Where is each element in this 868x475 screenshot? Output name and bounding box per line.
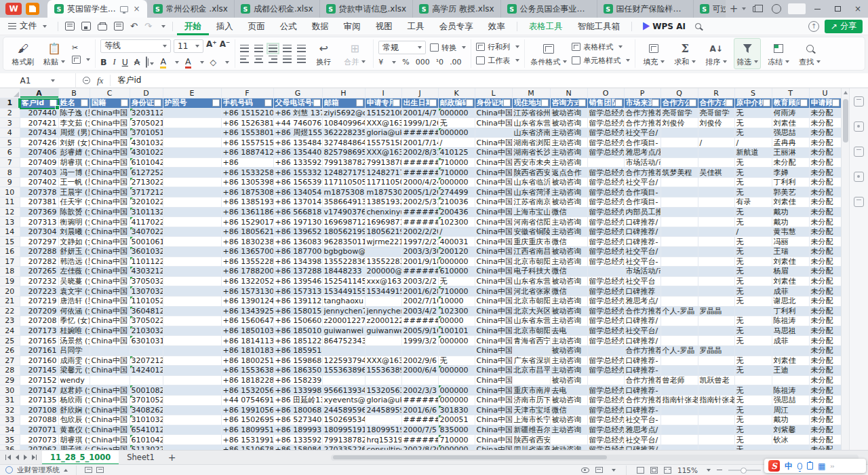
cell-E17[interactable] bbox=[163, 256, 221, 267]
row-header-19[interactable]: 19 bbox=[0, 276, 20, 286]
cell-K33[interactable]: 200051 bbox=[438, 415, 475, 425]
cell-K12[interactable]: 200436 bbox=[438, 207, 475, 217]
cell-B27[interactable]: 成雨雯 (女 bbox=[58, 356, 90, 366]
cell-D22[interactable]: 360481200304020026 bbox=[130, 306, 163, 316]
cell-C22[interactable]: China中国 bbox=[90, 306, 130, 316]
row-header-16[interactable]: 16 bbox=[0, 247, 20, 257]
file-tab-1[interactable]: S英国留学生...× bbox=[47, 0, 147, 18]
cell-O19[interactable]: 留学总经办 bbox=[587, 276, 624, 286]
cell-I12[interactable]: chenxinyur bbox=[365, 207, 401, 217]
file-menu[interactable]: 文件 bbox=[0, 20, 54, 32]
cell-G13[interactable]: +86 1971300890 bbox=[273, 217, 322, 227]
new-doc-icon[interactable] bbox=[65, 22, 75, 31]
cell-S20[interactable]: 无 bbox=[734, 286, 772, 297]
cell-N19[interactable]: 被动咨询 bbox=[550, 276, 587, 286]
cell-E8[interactable] bbox=[163, 168, 221, 178]
cell-O25[interactable]: 留学总经办 bbox=[587, 336, 624, 346]
cell-U16[interactable]: 未分配 bbox=[809, 247, 841, 257]
cell-K34[interactable]: 835000 bbox=[438, 425, 475, 435]
cell-S26[interactable] bbox=[734, 345, 772, 356]
cell-G19[interactable]: +86 1395468251 bbox=[273, 276, 322, 286]
cell-S14[interactable]: / bbox=[734, 227, 772, 237]
cell-A6[interactable]: 207406 bbox=[20, 148, 58, 158]
cell-H11[interactable]: 358664913 bbox=[322, 197, 365, 208]
strikethrough-button[interactable]: A bbox=[134, 57, 140, 67]
cell-K36[interactable]: 000000 bbox=[438, 444, 475, 450]
cell-T34[interactable]: 刘紫馨 bbox=[772, 425, 809, 435]
cell-E36[interactable] bbox=[163, 444, 221, 450]
cell-J17[interactable]: 2001/9/18 bbox=[401, 256, 438, 267]
align-right-icon[interactable] bbox=[269, 56, 277, 63]
cell-P14[interactable]: 口碑推荐/ bbox=[624, 227, 660, 237]
cell-P33[interactable]: 社交平台- bbox=[624, 415, 660, 425]
cell-N21[interactable]: 主动咨询 bbox=[550, 296, 587, 306]
cell-K10[interactable]: 274499 bbox=[438, 187, 475, 197]
cell-U5[interactable]: 未分配 bbox=[809, 138, 841, 148]
row-header-29[interactable]: 29 bbox=[0, 375, 20, 385]
cell-S13[interactable]: 无 bbox=[734, 217, 772, 227]
cell-I8[interactable]: 124827175 bbox=[365, 168, 401, 178]
cell-E32[interactable] bbox=[163, 405, 221, 415]
cell-H24[interactable]: guiwanwei bbox=[322, 326, 365, 336]
cell-H26[interactable] bbox=[322, 345, 365, 356]
row-header-33[interactable]: 33 bbox=[0, 415, 20, 425]
header-cell-L1[interactable]: 身份证地 bbox=[475, 98, 512, 109]
save-icon[interactable] bbox=[81, 22, 91, 31]
cell-R27[interactable] bbox=[698, 356, 734, 366]
cell-F21[interactable]: +86 13901242 bbox=[221, 296, 273, 306]
cell-A4[interactable]: 207434 bbox=[20, 128, 58, 138]
cell-M35[interactable]: 陕西省西安 bbox=[512, 435, 550, 445]
filter-dropdown-icon[interactable] bbox=[800, 99, 808, 107]
cell-N13[interactable]: 主动咨询 bbox=[550, 217, 587, 227]
cell-A32[interactable]: 207108 bbox=[20, 405, 58, 415]
menu-item-page[interactable]: 页面 bbox=[241, 18, 273, 35]
cell-O10[interactable]: 留学总经办 bbox=[587, 187, 624, 197]
cell-G8[interactable]: +86 15533258500 bbox=[273, 168, 322, 178]
cell-U13[interactable]: 未分配 bbox=[809, 217, 841, 227]
cell-Q12[interactable] bbox=[660, 207, 698, 217]
vertical-scroll-thumb[interactable] bbox=[843, 99, 848, 142]
file-tab-3[interactable]: S成都公积金.xlsx bbox=[235, 0, 320, 18]
cell-Q30[interactable] bbox=[660, 385, 698, 396]
cell-C18[interactable]: China中国 bbox=[90, 267, 130, 277]
cell-B15[interactable]: 文静如 (女 bbox=[58, 237, 90, 247]
cell-B26[interactable]: 吕同学 bbox=[58, 345, 90, 356]
cell-D25[interactable]: 630103199903020823 bbox=[130, 336, 163, 346]
cell-U23[interactable]: 未分配 bbox=[809, 316, 841, 326]
cell-G25[interactable]: +86 1851229020 bbox=[273, 336, 322, 346]
cell-P24[interactable]: 社交平台/ bbox=[624, 326, 660, 336]
cell-D30[interactable]: 500108200203035125 bbox=[130, 385, 163, 396]
cell-R11[interactable] bbox=[698, 197, 734, 208]
cell-I17[interactable]: 135522836 bbox=[365, 256, 401, 267]
cell-P31[interactable]: 合作方推荐 bbox=[624, 395, 660, 405]
cell-C31[interactable]: China中国 bbox=[90, 395, 130, 405]
cell-R34[interactable] bbox=[698, 425, 734, 435]
cell-H21[interactable]: tanghaoxu bbox=[322, 296, 365, 306]
cell-P10[interactable]: 合作项目- bbox=[624, 187, 660, 197]
avatar[interactable] bbox=[787, 0, 807, 18]
cell-M23[interactable]: 山东省东营 bbox=[512, 316, 550, 326]
cell-B10[interactable]: 王晨宇 (男 bbox=[58, 187, 90, 197]
cell-Q35[interactable] bbox=[660, 435, 698, 445]
cell-R31[interactable]: 指南针张老 bbox=[698, 395, 734, 405]
cell-I3[interactable]: XXX@163. bbox=[365, 118, 401, 128]
cell-K26[interactable] bbox=[438, 345, 475, 356]
filter-dropdown-icon[interactable] bbox=[212, 99, 220, 107]
cell-N28[interactable]: 主动咨询 bbox=[550, 366, 587, 376]
column-header-H[interactable]: H bbox=[322, 88, 365, 98]
maximize-button[interactable] bbox=[827, 0, 848, 18]
cell-C20[interactable]: China中国 bbox=[90, 286, 130, 297]
column-header-S[interactable]: S bbox=[734, 88, 772, 98]
cell-M30[interactable]: 重庆市南岸 bbox=[512, 385, 550, 396]
row-header-7[interactable]: 7 bbox=[0, 157, 20, 168]
row-header-14[interactable]: 14 bbox=[0, 227, 20, 237]
cell-O33[interactable]: 留学总经办 bbox=[587, 415, 624, 425]
cell-M20[interactable]: 河北省张家 bbox=[512, 286, 550, 297]
cell-T8[interactable]: 李婵 bbox=[772, 168, 809, 178]
cell-G16[interactable]: +86 1877000215 bbox=[273, 247, 322, 257]
cell-F6[interactable]: +86 18874129 bbox=[221, 148, 273, 158]
cell-E2[interactable] bbox=[163, 108, 221, 118]
cell-R18[interactable] bbox=[698, 267, 734, 277]
cell-D23[interactable]: 370502200012272047 bbox=[130, 316, 163, 326]
cell-T4[interactable]: 强思喆 bbox=[772, 128, 809, 138]
